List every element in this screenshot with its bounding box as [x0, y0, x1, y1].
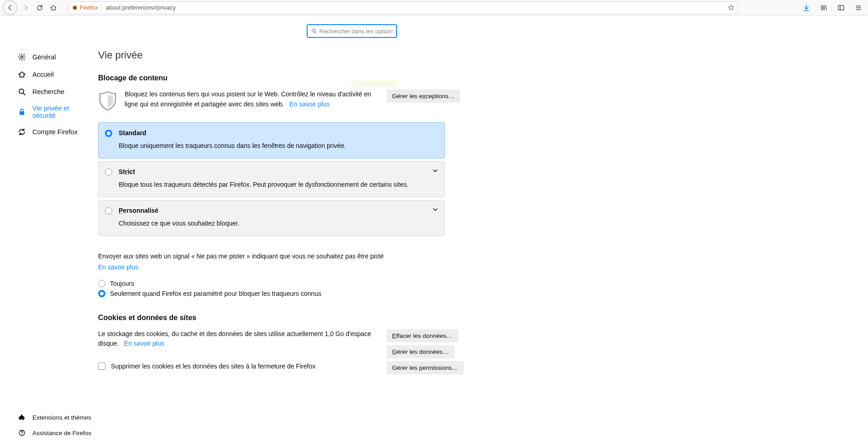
svg-point-1 [73, 6, 76, 9]
preferences-content: Capture Fenêtre Vie privée Blocage de co… [98, 16, 868, 447]
sidebar-item-label: Recherche [32, 88, 64, 95]
firefox-icon [72, 5, 78, 11]
dnt-option-always[interactable]: Toujours [98, 280, 445, 287]
sidebar-item-support[interactable]: Assistance de Firefox [0, 425, 98, 441]
sync-icon [17, 127, 26, 137]
search-icon [17, 87, 26, 96]
blocking-option-custom[interactable]: Personnalisé Choisissez ce que vous souh… [98, 200, 445, 236]
bookmark-star-icon[interactable] [728, 5, 734, 11]
sidebar-button[interactable] [834, 1, 848, 15]
shield-icon [98, 90, 117, 111]
content-blocking-description: Bloquez les contenus tiers qui vous pist… [125, 90, 371, 108]
home-button[interactable] [47, 1, 60, 15]
radio-only-blocking[interactable] [98, 290, 105, 297]
radio-always[interactable] [98, 280, 105, 287]
cookies-learn-more-link[interactable]: En savoir plus [124, 340, 164, 347]
dnt-learn-more-link[interactable]: En savoir plus [98, 263, 138, 271]
option-desc: Bloque tous les traqueurs détectés par F… [119, 180, 437, 189]
sidebar-item-label: Général [32, 53, 56, 61]
dnt-option-only-when-blocking[interactable]: Seulement quand Firefox est paramétré po… [98, 290, 445, 297]
identity-box[interactable]: Firefox [72, 4, 102, 11]
search-icon [311, 28, 317, 34]
sidebar-item-label: Accueil [32, 71, 54, 78]
home-icon [17, 70, 26, 79]
toolbar-right-icons [800, 1, 865, 15]
url-text: about:preferences#privacy [106, 4, 728, 11]
sidebar-item-general[interactable]: Général [0, 48, 98, 66]
sidebar-item-label: Extensions et thèmes [32, 414, 91, 421]
options-search-box[interactable] [307, 25, 397, 37]
svg-point-9 [21, 434, 22, 435]
preferences-sidebar: Général Accueil Recherche Vie privée et … [0, 16, 98, 447]
url-bar[interactable]: Firefox about:preferences#privacy [68, 1, 737, 14]
help-icon [17, 428, 26, 437]
sidebar-item-sync[interactable]: Compte Firefox [0, 123, 98, 141]
identity-label: Firefox [80, 4, 98, 11]
svg-rect-7 [20, 111, 24, 115]
gear-icon [17, 53, 26, 62]
chevron-down-icon[interactable] [433, 168, 438, 174]
menu-button[interactable] [852, 1, 865, 15]
manage-exceptions-button[interactable]: Gérer les exceptions… [387, 89, 460, 103]
manage-permissions-button[interactable]: Gérer les permissions… [387, 361, 464, 374]
back-button[interactable] [3, 0, 17, 15]
svg-line-6 [23, 93, 25, 95]
reload-button[interactable] [33, 1, 47, 15]
options-search-input[interactable] [319, 28, 392, 35]
capture-tooltip: Capture Fenêtre [351, 79, 400, 88]
sidebar-item-label: Vie privée et sécurité [32, 105, 92, 119]
sidebar-item-label: Assistance de Firefox [32, 430, 91, 436]
nav-button-group [3, 0, 60, 15]
content-blocking-learn-more-link[interactable]: En savoir plus [289, 100, 329, 108]
svg-rect-2 [838, 5, 844, 10]
sidebar-item-search[interactable]: Recherche [0, 83, 98, 100]
svg-line-11 [314, 32, 316, 33]
radio-label: Toujours [110, 280, 134, 287]
downloads-button[interactable] [800, 1, 813, 15]
lock-icon [17, 107, 26, 116]
radio-custom[interactable] [105, 207, 112, 215]
library-button[interactable] [817, 1, 831, 15]
option-title: Standard [119, 129, 437, 137]
svg-point-4 [21, 56, 23, 58]
sidebar-item-home[interactable]: Accueil [0, 66, 98, 83]
radio-strict[interactable] [105, 168, 112, 176]
delete-on-close-label: Supprimer les cookies et les données des… [111, 363, 315, 370]
browser-toolbar: Firefox about:preferences#privacy [0, 0, 868, 16]
delete-on-close-checkbox[interactable] [98, 363, 105, 370]
option-desc: Choisissez ce que vous souhaitez bloquer… [119, 219, 437, 228]
page-title: Vie privée [98, 49, 445, 61]
radio-standard[interactable] [105, 130, 112, 137]
sidebar-item-label: Compte Firefox [32, 128, 78, 136]
sidebar-item-privacy[interactable]: Vie privée et sécurité [0, 100, 98, 123]
manage-data-button[interactable]: Gérer les données… [387, 345, 455, 358]
blocking-option-strict[interactable]: Strict Bloque tous les traqueurs détecté… [98, 161, 445, 197]
clear-data-button[interactable]: Effacer les données… [387, 329, 458, 342]
chevron-down-icon[interactable] [433, 207, 438, 212]
radio-label: Seulement quand Firefox est paramétré po… [110, 290, 321, 297]
dnt-description: Envoyer aux sites web un signal « Ne pas… [98, 252, 445, 262]
option-title: Strict [119, 168, 437, 175]
cookies-heading: Cookies et données de sites [98, 314, 445, 322]
blocking-option-standard[interactable]: Standard Bloque uniquement les traqueurs… [98, 122, 445, 158]
puzzle-icon [17, 413, 26, 422]
option-desc: Bloque uniquement les traqueurs connus d… [119, 141, 437, 151]
option-title: Personnalisé [119, 207, 437, 214]
sidebar-item-addons[interactable]: Extensions et thèmes [0, 410, 98, 425]
forward-button[interactable] [19, 1, 33, 15]
